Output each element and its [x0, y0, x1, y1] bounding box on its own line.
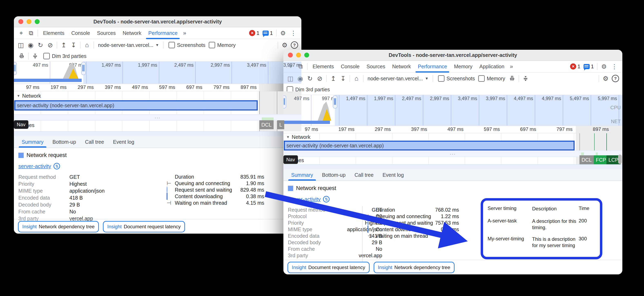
timeline-overview[interactable]: 497 ms 997 ms 1,497 ms 1,997 ms 2,497 ms…	[14, 61, 302, 84]
capture-settings-gear-icon[interactable]: ⚙	[601, 74, 610, 83]
more-tabs-icon[interactable]: »	[508, 63, 515, 70]
detail-label: Decoded body	[18, 202, 70, 208]
request-link[interactable]: server-activity	[18, 163, 51, 169]
timing-label: Content downloading	[175, 193, 240, 199]
tab-performance[interactable]: Performance	[414, 61, 450, 72]
server-timing-header: Server timing Description Time	[488, 205, 598, 212]
collapse-tracks-icon[interactable]	[521, 74, 530, 83]
tab-bottom-up[interactable]: Bottom-up	[318, 169, 350, 181]
download-profile-icon[interactable]: ↧	[338, 74, 348, 83]
tab-elements[interactable]: Elements	[40, 27, 68, 39]
tab-console[interactable]: Console	[68, 27, 94, 39]
issue-counter[interactable]: 1	[582, 64, 596, 70]
garbage-collect-brush-icon[interactable]	[507, 74, 517, 83]
tab-event-log[interactable]: Event log	[378, 169, 408, 181]
zoom-button[interactable]	[35, 19, 40, 24]
chevron-down-icon: ▼	[156, 43, 159, 47]
memory-checkbox[interactable]: Memory	[209, 42, 236, 48]
tab-call-tree[interactable]: Call tree	[350, 169, 378, 181]
kebab-menu-icon[interactable]: ⋮	[288, 29, 299, 37]
screenshots-checkbox[interactable]: Screenshots	[438, 75, 475, 82]
reveal-in-network-icon[interactable]: ⇅	[54, 163, 60, 169]
tab-sources[interactable]: Sources	[363, 61, 389, 72]
close-button[interactable]	[18, 19, 23, 24]
dcl-badge: DCL	[259, 120, 274, 129]
network-request-bar[interactable]: server-activity (node-server-tan.vercel.…	[14, 100, 258, 111]
cpu-activity-chart	[316, 100, 335, 121]
error-counter[interactable]: × 1	[568, 63, 582, 70]
tab-sources[interactable]: Sources	[94, 27, 119, 39]
track-area[interactable]: ▼ Network server-activity (node-server-t…	[284, 133, 622, 164]
clear-icon[interactable]: ⊘	[315, 74, 325, 83]
tab-bottom-up[interactable]: Bottom-up	[48, 136, 80, 148]
detail-label: Encoded data	[288, 233, 339, 239]
insight-buttons: Insight Document request latency Insight…	[288, 262, 454, 273]
history-dropdown[interactable]: node-server-tan.vercel... ▼	[365, 76, 431, 82]
tab-network[interactable]: Network	[119, 27, 145, 39]
network-request-bar[interactable]: server-activity (node-server-tan.vercel.…	[284, 141, 574, 150]
tab-memory[interactable]: Memory	[450, 61, 476, 72]
device-toolbar-icon[interactable]: ⧉	[26, 27, 36, 39]
more-tabs-icon[interactable]: »	[181, 30, 188, 36]
capture-settings-gear-icon[interactable]: ⚙	[280, 40, 290, 50]
ruler-tick: 197 ms	[41, 84, 68, 91]
divider	[276, 29, 276, 36]
settings-gear-icon[interactable]: ⚙	[599, 61, 609, 72]
zoom-button[interactable]	[304, 53, 309, 57]
home-icon[interactable]: ⌂	[82, 40, 92, 50]
tab-network[interactable]: Network	[389, 61, 414, 72]
tab-elements[interactable]: Elements	[309, 61, 337, 72]
window-left-handle[interactable]	[284, 95, 286, 109]
minimize-button[interactable]	[296, 53, 301, 57]
screenshots-checkbox[interactable]: Screenshots	[168, 42, 206, 48]
kebab-menu-icon[interactable]: ⋮	[609, 63, 620, 70]
request-link[interactable]: server-activity	[288, 196, 320, 202]
tab-console[interactable]: Console	[337, 61, 363, 72]
tab-performance[interactable]: Performance	[145, 27, 181, 39]
record-icon[interactable]: ◉	[26, 40, 36, 50]
upload-profile-icon[interactable]: ↥	[328, 74, 338, 83]
tab-summary[interactable]: Summary	[287, 169, 318, 181]
left-whisker-icon: ⊢	[368, 213, 376, 220]
minimize-button[interactable]	[26, 19, 32, 24]
ruler-tick: 797 ms	[204, 84, 231, 91]
track-area[interactable]: ▼ Network server-activity (node-server-t…	[14, 91, 302, 131]
toggle-sidebar-icon[interactable]: ◫	[16, 40, 26, 50]
home-icon[interactable]: ⌂	[352, 74, 362, 83]
timing-label: Request sent and waiting	[175, 187, 240, 193]
help-icon[interactable]: ?	[290, 40, 299, 50]
ruler-tick: 597 ms	[465, 126, 502, 133]
clear-icon[interactable]: ⊘	[45, 40, 55, 50]
network-track-header[interactable]: ▼ Network	[17, 93, 41, 99]
reload-record-icon[interactable]: ↻	[305, 74, 315, 83]
settings-gear-icon[interactable]: ⚙	[278, 27, 288, 39]
tab-call-tree[interactable]: Call tree	[80, 136, 108, 148]
scrollbar-thumb[interactable]	[618, 154, 622, 164]
insight-network-dependency-button[interactable]: Insight Network dependency tree	[18, 221, 99, 232]
window-right-handle[interactable]	[333, 95, 337, 109]
insight-document-latency-button[interactable]: Insight Document request latency	[103, 221, 185, 232]
reveal-in-network-icon[interactable]: ⇅	[323, 196, 330, 202]
network-track-header[interactable]: ▼ Network	[286, 134, 310, 140]
help-icon[interactable]: ?	[610, 74, 620, 83]
dim-3rd-parties-checkbox[interactable]: Dim 3rd parties	[43, 53, 86, 59]
issue-counter[interactable]: 1	[261, 30, 274, 36]
collapse-tracks-icon[interactable]	[30, 51, 40, 61]
insight-document-latency-button[interactable]: Insight Document request latency	[288, 262, 370, 273]
window-right-handle[interactable]	[81, 62, 86, 75]
window-left-handle[interactable]	[14, 62, 17, 75]
tab-application[interactable]: Application	[476, 61, 508, 72]
tab-summary[interactable]: Summary	[17, 136, 48, 148]
garbage-collect-brush-icon[interactable]	[17, 51, 26, 61]
timeline-overview[interactable]: 497 ms 997 ms 1,497 ms 1,997 ms 2,497 ms…	[284, 95, 622, 126]
tab-event-log[interactable]: Event log	[108, 136, 139, 148]
insight-network-dependency-button[interactable]: Insight Network dependency tree	[374, 262, 454, 273]
error-counter[interactable]: × 1	[248, 30, 261, 36]
history-dropdown[interactable]: node-server-tan.vercel... ▼	[96, 42, 162, 48]
reload-record-icon[interactable]: ↻	[36, 40, 45, 50]
upload-profile-icon[interactable]: ↥	[59, 40, 68, 50]
inspect-icon[interactable]: ⌖	[16, 27, 26, 39]
memory-checkbox[interactable]: Memory	[478, 75, 505, 82]
close-button[interactable]	[288, 53, 293, 57]
download-profile-icon[interactable]: ↧	[68, 40, 78, 50]
